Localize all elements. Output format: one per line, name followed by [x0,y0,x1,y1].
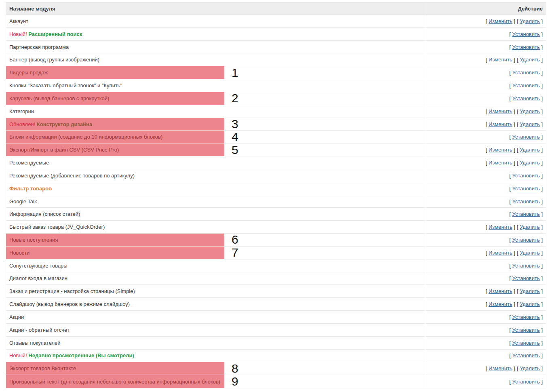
module-name-cell: Новости [6,250,425,256]
module-name-cell: Произвольный текст (для создания небольш… [6,379,425,385]
module-name-cell: Информация (список статей) [6,211,425,217]
install-link[interactable]: Установить [512,198,540,204]
install-link[interactable]: Установить [512,31,540,37]
action-delete-group: [ Удалить ] [517,108,543,114]
module-name-cell: Слайдшоу (вывод баннеров в режиме слайдш… [6,301,425,307]
bracket-close: ] [512,301,515,307]
install-link[interactable]: Установить [512,211,540,217]
action-cell: [ Изменить ][ Удалить ] [425,143,546,156]
action-edit-group: [ Изменить ] [486,108,515,114]
bracket-close: ] [540,379,543,385]
install-link[interactable]: Установить [512,134,540,140]
module-name-cell: Акции [6,314,425,320]
module-name: Лидеры продаж [9,70,48,76]
install-link[interactable]: Установить [512,44,540,50]
install-link[interactable]: Установить [512,237,540,243]
edit-link[interactable]: Изменить [489,108,512,114]
module-name: Произвольный текст (для создания небольш… [9,379,220,385]
delete-link[interactable]: Удалить [520,250,540,256]
module-name-cell: Обновлен! Конструктор дизайна [6,121,425,127]
action-delete-group: [ Удалить ] [517,18,543,24]
marker-number: 4 [232,131,238,143]
action-edit-group: [ Изменить ] [486,301,515,307]
action-cell: [ Установить ] [425,28,546,40]
delete-link[interactable]: Удалить [520,288,540,294]
edit-link[interactable]: Изменить [489,288,512,294]
module-name-cell: Отзывы покупателей [6,340,425,346]
bracket-close: ] [540,57,543,63]
action-install-group: [ Установить ] [509,340,543,346]
action-delete-group: [ Удалить ] [517,147,543,153]
action-cell: [ Изменить ][ Удалить ] [425,15,546,27]
edit-link[interactable]: Изменить [489,301,512,307]
action-install-group: [ Установить ] [509,185,543,192]
action-cell: [ Установить ] [425,169,546,182]
bracket-close: ] [540,301,543,307]
action-install-group: [ Установить ] [509,314,543,320]
delete-link[interactable]: Удалить [520,18,540,24]
bracket-close: ] [540,44,543,50]
delete-link[interactable]: Удалить [520,160,540,166]
table-header: Название модуля Действие [6,3,546,15]
marker-number: 9 [232,375,238,388]
action-edit-group: [ Изменить ] [486,250,515,256]
action-cell: [ Изменить ][ Удалить ] [425,118,546,131]
install-link[interactable]: Установить [512,340,540,346]
delete-link[interactable]: Удалить [520,365,540,371]
delete-link[interactable]: Удалить [520,301,540,307]
action-cell: [ Установить ] [425,79,546,92]
module-name: Карусель (вывод баннеров с прокруткой) [9,95,109,101]
bracket-close: ] [540,198,543,204]
bracket-open: [ [509,95,512,101]
install-link[interactable]: Установить [512,70,540,76]
action-install-group: [ Установить ] [509,134,543,140]
edit-link[interactable]: Изменить [489,18,512,24]
action-delete-group: [ Удалить ] [517,224,543,230]
action-edit-group: [ Изменить ] [486,18,515,24]
install-link[interactable]: Установить [512,95,540,101]
edit-link[interactable]: Изменить [489,121,512,127]
delete-link[interactable]: Удалить [520,147,540,153]
bracket-open: [ [486,18,489,24]
edit-link[interactable]: Изменить [489,160,512,166]
table-row: Рекомендуемые[ Изменить ][ Удалить ] [6,156,546,169]
action-cell: [ Установить ] [425,272,546,285]
edit-link[interactable]: Изменить [489,57,512,63]
module-name: Заказ и регистрация - настройка страницы… [9,288,135,294]
bracket-close: ] [540,31,543,37]
action-cell: [ Установить ] [425,41,546,53]
edit-link[interactable]: Изменить [489,224,512,230]
install-link[interactable]: Установить [512,314,540,320]
delete-link[interactable]: Удалить [520,121,540,127]
action-install-group: [ Установить ] [509,198,543,204]
edit-link[interactable]: Изменить [489,147,512,153]
edit-link[interactable]: Изменить [489,250,512,256]
install-link[interactable]: Установить [512,263,540,269]
module-name-cell: Партнерская программа [6,44,425,50]
action-cell: [ Изменить ][ Удалить ] [425,298,546,310]
marker-number: 2 [232,92,238,104]
bracket-close: ] [540,185,543,192]
edit-link[interactable]: Изменить [489,365,512,371]
table-row: Произвольный текст (для создания небольш… [6,375,546,388]
install-link[interactable]: Установить [512,173,540,179]
install-link[interactable]: Установить [512,379,540,385]
delete-link[interactable]: Удалить [520,108,540,114]
action-edit-group: [ Изменить ] [486,57,515,63]
bracket-open: [ [486,57,489,63]
module-name-cell: Быстрый заказ товара (JV_QuickOrder) [6,224,425,230]
install-link[interactable]: Установить [512,327,540,333]
table-row: Карусель (вывод баннеров с прокруткой)[ … [6,92,546,105]
bracket-open: [ [509,82,512,89]
delete-link[interactable]: Удалить [520,224,540,230]
bracket-close: ] [540,70,543,76]
install-link[interactable]: Установить [512,275,540,281]
install-link[interactable]: Установить [512,185,540,192]
delete-link[interactable]: Удалить [520,57,540,63]
table-row: Отзывы покупателей[ Установить ] [6,337,546,350]
install-link[interactable]: Установить [512,352,540,358]
module-name: Блоки информации (создание до 10 информа… [9,134,162,140]
install-link[interactable]: Установить [512,82,540,89]
action-install-group: [ Установить ] [509,173,543,179]
bracket-open: [ [509,314,512,320]
